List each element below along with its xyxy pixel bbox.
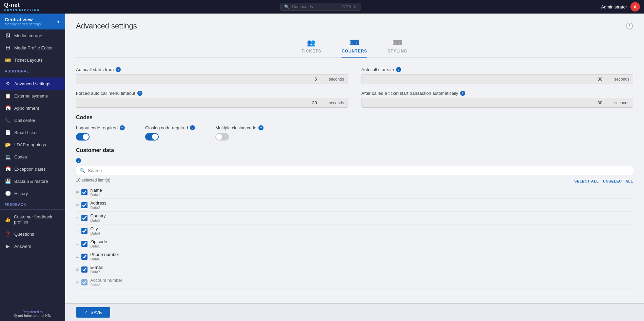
- media-storage-icon: 🖼: [5, 33, 11, 38]
- forced-auto-call-input-group: seconds: [76, 98, 348, 108]
- after-called-input[interactable]: [362, 98, 611, 107]
- closing-code-item: Closing code required ?: [145, 125, 195, 141]
- search-bar[interactable]: 🔍 CTRL+K: [280, 3, 360, 11]
- autocall-starts-to-group: Autocall starts to ? seconds: [362, 67, 633, 84]
- autocall-starts-from-group: Autocall starts from ? seconds: [76, 67, 348, 84]
- sidebar-item-call-center[interactable]: 📞 Call center: [0, 114, 65, 126]
- logout-code-item: Logout code required ?: [76, 125, 125, 141]
- item-text: Account number Data8: [90, 278, 122, 287]
- tab-tickets[interactable]: 👥 TICKETS: [301, 39, 321, 58]
- avatar[interactable]: A: [630, 2, 640, 12]
- unselect-all-button[interactable]: UNSELECT ALL: [603, 179, 633, 183]
- sidebar-item-media-profile-editor[interactable]: 🎞 Media Profile Editor: [0, 42, 65, 54]
- sidebar-item-advanced-settings[interactable]: ⚙ Advanced settings: [0, 78, 65, 90]
- item-text: City Data4: [90, 226, 100, 235]
- help-icon[interactable]: ?: [116, 67, 121, 72]
- search-input[interactable]: [292, 4, 339, 9]
- drag-handle-icon[interactable]: ≡: [76, 254, 79, 259]
- tab-styling-label: STYLING: [388, 49, 408, 53]
- help-icon-5[interactable]: ?: [120, 125, 125, 130]
- autocall-row-1: Autocall starts from ? seconds Autocall …: [76, 67, 633, 84]
- item-checkbox-account[interactable]: [81, 279, 87, 285]
- item-checkbox-zipcode[interactable]: [81, 241, 87, 247]
- customer-data-section: Customer data ? 🔍 10 selected item(s) SE…: [76, 147, 633, 289]
- codes-row: Logout code required ? Closing code requ…: [76, 125, 633, 141]
- sidebar-item-questions[interactable]: ❓ Questions: [0, 228, 65, 240]
- help-icon-4[interactable]: ?: [460, 91, 465, 96]
- item-checkbox-name[interactable]: [81, 189, 87, 195]
- forced-auto-call-input[interactable]: [76, 98, 326, 107]
- autocall-starts-to-input[interactable]: [362, 74, 611, 84]
- sidebar-item-label: Exception dates: [14, 167, 46, 172]
- tab-counters[interactable]: ⌨ COUNTERS: [341, 39, 367, 58]
- logout-code-label: Logout code required ?: [76, 125, 125, 130]
- items-header-row: 10 selected item(s) SELECT ALL UNSELECT …: [76, 178, 633, 185]
- sidebar-item-exception-dates[interactable]: 📅 Exception dates: [0, 163, 65, 175]
- help-icon-2[interactable]: ?: [396, 67, 401, 72]
- sidebar-item-backup-restore[interactable]: 💾 Backup & restore: [0, 175, 65, 187]
- drag-handle-icon[interactable]: ≡: [76, 228, 79, 234]
- sidebar-item-label: Appointment: [14, 106, 39, 111]
- autocall-starts-from-input[interactable]: [76, 74, 326, 84]
- list-item: ≡ City Data4: [76, 224, 633, 237]
- closing-code-toggle[interactable]: [145, 133, 159, 141]
- save-checkmark-icon: ✓: [84, 310, 88, 315]
- sidebar-item-ticket-layouts[interactable]: 🎫 Ticket Layouts: [0, 54, 65, 66]
- sidebar-item-customer-feedback[interactable]: 👍 Customer feedback profiles: [0, 211, 65, 228]
- closing-code-label: Closing code required ?: [145, 125, 195, 130]
- item-checkbox-email[interactable]: [81, 266, 87, 273]
- help-icon-6[interactable]: ?: [190, 125, 195, 130]
- drag-handle-icon[interactable]: ≡: [76, 202, 79, 208]
- call-center-icon: 📞: [5, 117, 11, 123]
- list-item: ≡ Phone number Data6: [76, 250, 633, 263]
- select-all-button[interactable]: SELECT ALL: [574, 179, 599, 183]
- save-button[interactable]: ✓ SAVE: [76, 307, 110, 318]
- save-bar: ✓ SAVE: [65, 303, 644, 321]
- drag-handle-icon[interactable]: ≡: [76, 267, 79, 272]
- multiple-closing-toggle[interactable]: [215, 133, 229, 141]
- content-area: Advanced settings 🕐 👥 TICKETS ⌨ COUNTERS…: [65, 14, 644, 321]
- after-called-input-group: seconds: [362, 98, 633, 108]
- item-text: Country Data3: [90, 213, 106, 222]
- divider: [0, 76, 65, 76]
- drag-handle-icon[interactable]: ≡: [76, 241, 79, 247]
- tab-tickets-label: TICKETS: [301, 49, 321, 53]
- sidebar-item-media-storage[interactable]: 🖼 Media storage: [0, 29, 65, 42]
- drag-handle-icon[interactable]: ≡: [76, 215, 79, 221]
- sidebar-active-item[interactable]: Central view Manage central settings ▼: [0, 14, 65, 29]
- sidebar-item-label: Backup & restore: [14, 179, 48, 184]
- sidebar-active-label: Central view: [5, 17, 41, 22]
- after-called-group: After called a ticket start transaction …: [362, 91, 633, 108]
- help-icon-3[interactable]: ?: [137, 91, 142, 96]
- logo-text: Q-net: [4, 2, 40, 8]
- drag-handle-icon[interactable]: ≡: [76, 190, 79, 195]
- item-checkbox-phone[interactable]: [81, 254, 87, 260]
- help-icon-7[interactable]: ?: [258, 125, 264, 130]
- drag-handle-icon[interactable]: ≡: [76, 280, 79, 285]
- sidebar-item-ldap-mappings[interactable]: 📂 LDAP mappings: [0, 138, 65, 151]
- item-checkbox-city[interactable]: [81, 228, 87, 234]
- forced-auto-call-suffix: seconds: [326, 99, 348, 107]
- customer-data-search-input[interactable]: [88, 168, 629, 173]
- sidebar-active-sublabel: Manage central settings: [5, 22, 41, 26]
- company-name: Q-net International Kft.: [5, 314, 60, 318]
- item-checkbox-address[interactable]: [81, 202, 87, 208]
- sidebar-item-answers[interactable]: ▶ Answers: [0, 240, 65, 252]
- list-item: ≡ Zip code Data5: [76, 237, 633, 250]
- sidebar: Central view Manage central settings ▼ 🖼…: [0, 14, 65, 321]
- customer-data-title-row: Customer data: [76, 147, 633, 158]
- autocall-starts-from-input-group: seconds: [76, 74, 348, 84]
- logout-code-toggle[interactable]: [76, 133, 90, 141]
- sidebar-item-label: History: [14, 191, 28, 196]
- sidebar-item-external-systems[interactable]: 📋 External systems: [0, 90, 65, 102]
- history-clock-icon[interactable]: 🕐: [626, 22, 633, 30]
- sidebar-item-history[interactable]: 🕐 History: [0, 187, 65, 199]
- sidebar-item-codes[interactable]: 💻 Codes: [0, 151, 65, 163]
- tab-styling[interactable]: ⌨ STYLING: [388, 39, 408, 58]
- help-icon-8[interactable]: ?: [76, 158, 81, 163]
- sidebar-item-appointment[interactable]: 📅 Appointment: [0, 102, 65, 114]
- item-checkbox-country[interactable]: [81, 215, 87, 221]
- list-item: ≡ E-mail Data7: [76, 263, 633, 276]
- sidebar-item-smart-ticket[interactable]: 📄 Smart ticket: [0, 126, 65, 138]
- search-icon: 🔍: [284, 4, 289, 9]
